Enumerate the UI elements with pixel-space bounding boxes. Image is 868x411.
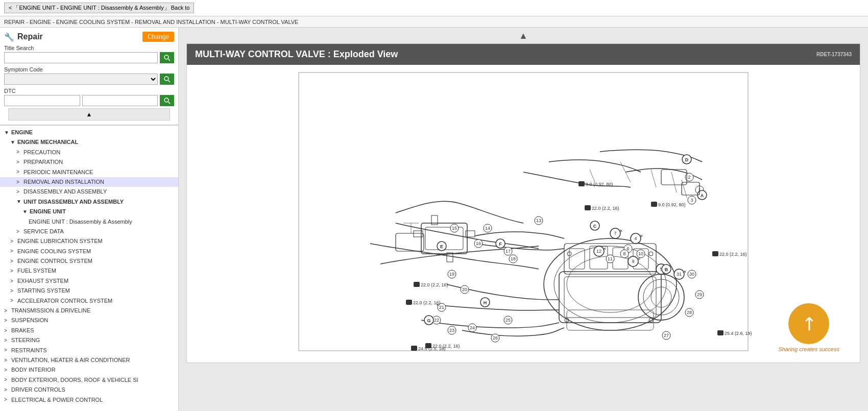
watermark-text: Sharing creates success — [778, 346, 839, 352]
svg-point-0 — [164, 55, 168, 59]
tree-item-label: VENTILATION, HEATER & AIR CONDITIONER — [11, 356, 130, 364]
tree-item[interactable]: >BODY INTERIOR — [0, 365, 178, 375]
symptom-code-select[interactable] — [4, 74, 158, 85]
tree-item[interactable]: >DISASSEMBLY AND ASSEMBLY — [0, 187, 178, 197]
tree-item[interactable]: >ELECTRICAL & POWER CONTROL — [0, 395, 178, 405]
tree-item-arrow: > — [16, 179, 21, 186]
svg-text:24.5 (2.5, 18): 24.5 (2.5, 18) — [418, 346, 446, 351]
svg-text:28: 28 — [687, 310, 692, 315]
svg-text:✕: ✕ — [640, 234, 643, 238]
tree-item-arrow: > — [4, 396, 9, 403]
tree-item-arrow: > — [4, 376, 9, 383]
tree-item[interactable]: >ENGINE COOLING SYSTEM — [0, 247, 178, 256]
tree-item-arrow: > — [4, 327, 9, 334]
svg-text:11: 11 — [608, 256, 613, 261]
dtc-input-2[interactable] — [82, 95, 158, 106]
svg-text:16: 16 — [476, 241, 481, 246]
scroll-up-icon: ▲ — [519, 31, 528, 41]
tree-item[interactable]: >PERIODIC MAINTENANCE — [0, 167, 178, 177]
svg-rect-129 — [712, 251, 718, 256]
svg-text:13: 13 — [536, 218, 541, 223]
tree-item-arrow: > — [4, 386, 9, 394]
dtc-search-button[interactable] — [160, 95, 174, 106]
tree-item[interactable]: >SUSPENSION — [0, 316, 178, 325]
tree-item[interactable]: ▼ENGINE UNIT — [0, 207, 178, 216]
svg-text:19: 19 — [449, 272, 454, 277]
tree-item[interactable]: ▼ENGINE MECHANICAL — [0, 137, 178, 147]
tree-item[interactable]: >VENTILATION, HEATER & AIR CONDITIONER — [0, 355, 178, 365]
svg-text:22.0 (2.2, 16): 22.0 (2.2, 16) — [413, 300, 441, 305]
content-area: ▲ MULTI-WAY CONTROL VALVE : Exploded Vie… — [179, 28, 868, 411]
tree-item[interactable]: >BRAKES — [0, 326, 178, 335]
tree-item[interactable]: >ACCELERATOR CONTROL SYSTEM — [0, 296, 178, 306]
tree-item[interactable]: >EXHAUST SYSTEM — [0, 276, 178, 286]
tree-item[interactable]: >DRIVER CONTROLS — [0, 385, 178, 395]
tree-item[interactable]: ENGINE UNIT : Disassembly & Assembly — [0, 217, 178, 227]
tree-item-arrow: ▼ — [4, 129, 9, 136]
tree-item[interactable]: >ENGINE LUBRICATION SYSTEM — [0, 236, 178, 246]
svg-text:9.0 (0.92, 80): 9.0 (0.92, 80) — [586, 182, 613, 187]
tree-item[interactable]: >PREPARATION — [0, 157, 178, 167]
tree-item-label: REMOVAL AND INSTALLATION — [23, 178, 104, 186]
search-button[interactable] — [160, 52, 174, 63]
svg-text:✕: ✕ — [683, 270, 687, 274]
collapse-button[interactable]: ▲ — [8, 108, 170, 120]
collapse-icon: ▲ — [86, 111, 92, 118]
tree-item[interactable]: >STARTING SYSTEM — [0, 286, 178, 296]
tree-item-label: SERVICE DATA — [23, 228, 64, 235]
tree-item[interactable]: >RESTRAINTS — [0, 346, 178, 355]
tree-item[interactable]: >REMOVAL AND INSTALLATION — [0, 177, 178, 187]
tree-item-label: TRANSMISSION & DRIVELINE — [11, 307, 90, 315]
exploded-view-diagram: 1 2 3 4 ✕ 5 ✕ — [192, 70, 855, 356]
tree-item-arrow: > — [4, 337, 9, 344]
scroll-up-button[interactable]: ▲ — [519, 31, 528, 41]
tree-item[interactable]: >TRANSMISSION & DRIVELINE — [0, 306, 178, 316]
tree-navigation: ▼ENGINE▼ENGINE MECHANICAL>PRECAUTION>PRE… — [0, 125, 178, 411]
tree-item[interactable]: ▼ENGINE — [0, 128, 178, 137]
tree-item-arrow: > — [10, 258, 15, 265]
svg-rect-123 — [406, 300, 412, 305]
svg-text:15: 15 — [452, 226, 457, 231]
tree-item-arrow: > — [4, 367, 9, 374]
tree-item-label: ACCELERATOR CONTROL SYSTEM — [17, 297, 112, 305]
tree-item-label: ENGINE LUBRICATION SYSTEM — [17, 237, 103, 245]
tree-item[interactable]: >SERVICE DATA — [0, 227, 178, 236]
tree-item-label: DRIVER CONTROLS — [11, 386, 65, 394]
svg-line-1 — [168, 59, 171, 61]
svg-rect-121 — [414, 282, 420, 287]
svg-point-2 — [164, 77, 168, 81]
svg-point-4 — [164, 98, 168, 102]
svg-text:✕: ✕ — [603, 247, 607, 251]
tree-item[interactable]: >PRECAUTION — [0, 148, 178, 157]
svg-text:26: 26 — [493, 335, 498, 341]
tree-item-label: STEERING — [11, 336, 40, 344]
svg-text:8: 8 — [623, 251, 625, 256]
content-header: MULTI-WAY CONTROL VALVE : Exploded View … — [187, 44, 860, 65]
tree-item[interactable]: >FUEL SYSTEM — [0, 266, 178, 276]
back-button[interactable]: < 「ENGINE UNIT - ENGINE UNIT : Disassemb… — [4, 3, 194, 13]
change-button[interactable]: Change — [142, 32, 174, 42]
title-search-input[interactable] — [4, 52, 158, 63]
svg-text:22.0 (2.2, 16): 22.0 (2.2, 16) — [592, 206, 619, 211]
tree-item[interactable]: >STEERING — [0, 335, 178, 345]
svg-text:✕: ✕ — [619, 229, 623, 233]
wrench-icon: 🔧 — [4, 32, 14, 42]
svg-text:C: C — [593, 224, 597, 229]
symptom-search-button[interactable] — [160, 74, 174, 85]
tree-item-arrow: > — [10, 287, 15, 295]
svg-text:G: G — [427, 318, 430, 323]
tree-item[interactable]: >ENGINE CONTROL SYSTEM — [0, 256, 178, 266]
svg-text:10: 10 — [638, 251, 643, 256]
tree-item[interactable]: ▼UNIT DISASSEMBLY AND ASSEMBLY — [0, 197, 178, 207]
tree-item-label: SUSPENSION — [11, 317, 48, 324]
content-title: MULTI-WAY CONTROL VALVE : Exploded View — [195, 49, 398, 60]
rdet-code: RDET-1737343 — [816, 52, 852, 57]
dtc-input-1[interactable] — [4, 95, 80, 106]
svg-text:H: H — [484, 300, 487, 305]
tree-item[interactable]: >BODY EXTERIOR, DOORS, ROOF & VEHICLE SI — [0, 375, 178, 385]
tree-item-arrow: ▼ — [16, 198, 21, 205]
symptom-row — [4, 74, 174, 85]
svg-text:2: 2 — [688, 175, 690, 180]
svg-text:30: 30 — [689, 272, 694, 277]
tree-item-label: RESTRAINTS — [11, 347, 47, 354]
